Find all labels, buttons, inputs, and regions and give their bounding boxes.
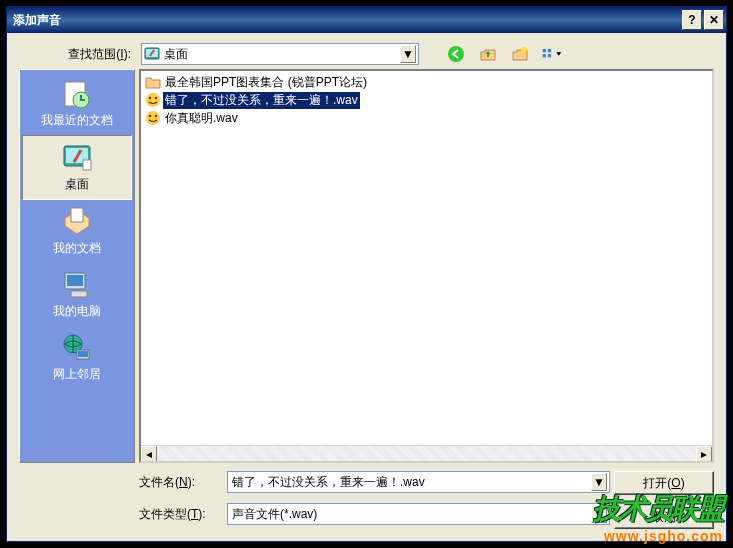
sidebar-item-label: 我的文档	[53, 240, 101, 257]
sidebar-item-label: 我的电脑	[53, 303, 101, 320]
sidebar-item-network[interactable]: 网上邻居	[22, 326, 132, 389]
svg-rect-5	[543, 54, 546, 57]
sidebar-item-label: 桌面	[65, 176, 89, 193]
sidebar-item-documents[interactable]: 我的文档	[22, 200, 132, 263]
filename-row: 文件名(N): 错了，不过没关系，重来一遍！.wav ▼	[139, 471, 610, 493]
svg-rect-12	[83, 160, 91, 170]
places-bar: 我最近的文档 桌面 我的文档 我的电脑 网上邻居	[19, 69, 135, 463]
sidebar-item-computer[interactable]: 我的电脑	[22, 263, 132, 326]
sidebar-item-desktop[interactable]: 桌面	[22, 135, 132, 200]
file-name: 最全韩国PPT图表集合 (锐普PPT论坛)	[163, 74, 369, 91]
file-name: 错了，不过没关系，重来一遍！.wav	[163, 92, 360, 109]
svg-rect-6	[548, 49, 551, 52]
documents-icon	[61, 206, 93, 238]
computer-icon	[61, 269, 93, 301]
view-menu-button[interactable]	[541, 43, 563, 65]
svg-rect-19	[78, 351, 88, 357]
filename-combo[interactable]: 错了，不过没关系，重来一遍！.wav ▼	[227, 471, 610, 493]
scroll-track[interactable]	[157, 446, 696, 461]
title-text: 添加声音	[13, 12, 682, 29]
filetype-combo[interactable]: 声音文件(*.wav) ▼	[227, 503, 610, 525]
sidebar-item-recent[interactable]: 我最近的文档	[22, 72, 132, 135]
lookin-row: 查找范围(I): 桌面 ▼	[19, 43, 714, 65]
filetype-row: 文件类型(T): 声音文件(*.wav) ▼	[139, 503, 610, 525]
file-name: 你真聪明.wav	[163, 110, 240, 127]
cancel-button[interactable]: 取消	[614, 505, 714, 529]
svg-rect-13	[71, 208, 83, 222]
scroll-left-button[interactable]: ◂	[141, 446, 157, 462]
svg-rect-4	[543, 49, 546, 52]
filetype-value: 声音文件(*.wav)	[230, 506, 591, 523]
lookin-arrow[interactable]: ▼	[400, 45, 416, 63]
dialog-window: 添加声音 ? ✕ 查找范围(I): 桌面 ▼	[6, 6, 727, 542]
scroll-right-button[interactable]: ▸	[696, 446, 712, 462]
filename-label: 文件名(N):	[139, 474, 219, 491]
svg-point-24	[149, 115, 151, 117]
recent-icon	[61, 78, 93, 110]
open-button[interactable]: 打开(O)	[614, 471, 714, 495]
svg-point-21	[149, 97, 151, 99]
list-item[interactable]: 错了，不过没关系，重来一遍！.wav	[143, 91, 710, 109]
up-button[interactable]	[477, 43, 499, 65]
bottom-area: 文件名(N): 错了，不过没关系，重来一遍！.wav ▼ 文件类型(T): 声音…	[19, 471, 714, 529]
svg-point-20	[146, 93, 160, 107]
svg-point-22	[155, 97, 157, 99]
svg-rect-7	[548, 54, 551, 57]
help-button[interactable]: ?	[682, 10, 702, 30]
filename-arrow[interactable]: ▼	[591, 473, 607, 491]
lookin-value: 桌面	[164, 46, 400, 63]
lookin-combo[interactable]: 桌面 ▼	[141, 43, 419, 65]
dialog-body: 查找范围(I): 桌面 ▼ 我最近的文档	[7, 33, 726, 541]
wav-icon	[145, 110, 161, 126]
desktop-large-icon	[61, 142, 93, 174]
filetype-label: 文件类型(T):	[139, 506, 219, 523]
lookin-label: 查找范围(I):	[19, 46, 135, 63]
sidebar-item-label: 网上邻居	[53, 366, 101, 383]
wav-icon	[145, 92, 161, 108]
svg-rect-16	[71, 291, 87, 297]
horizontal-scrollbar[interactable]: ◂ ▸	[141, 445, 712, 461]
desktop-icon	[144, 46, 160, 62]
svg-point-25	[155, 115, 157, 117]
network-icon	[61, 332, 93, 364]
file-list[interactable]: 最全韩国PPT图表集合 (锐普PPT论坛) 错了，不过没关系，重来一遍！.wav…	[139, 69, 714, 463]
svg-point-3	[521, 47, 527, 53]
svg-point-23	[146, 111, 160, 125]
new-folder-button[interactable]	[509, 43, 531, 65]
titlebar[interactable]: 添加声音 ? ✕	[7, 7, 726, 33]
svg-point-2	[448, 46, 464, 62]
list-item[interactable]: 你真聪明.wav	[143, 109, 710, 127]
folder-icon	[145, 74, 161, 90]
sidebar-item-label: 我最近的文档	[41, 112, 113, 129]
filetype-arrow[interactable]: ▼	[591, 505, 607, 523]
toolbar	[445, 43, 563, 65]
list-item[interactable]: 最全韩国PPT图表集合 (锐普PPT论坛)	[143, 73, 710, 91]
svg-rect-15	[67, 275, 83, 286]
back-button[interactable]	[445, 43, 467, 65]
filename-value: 错了，不过没关系，重来一遍！.wav	[230, 474, 591, 491]
close-button[interactable]: ✕	[704, 10, 724, 30]
middle-area: 我最近的文档 桌面 我的文档 我的电脑 网上邻居	[19, 69, 714, 463]
